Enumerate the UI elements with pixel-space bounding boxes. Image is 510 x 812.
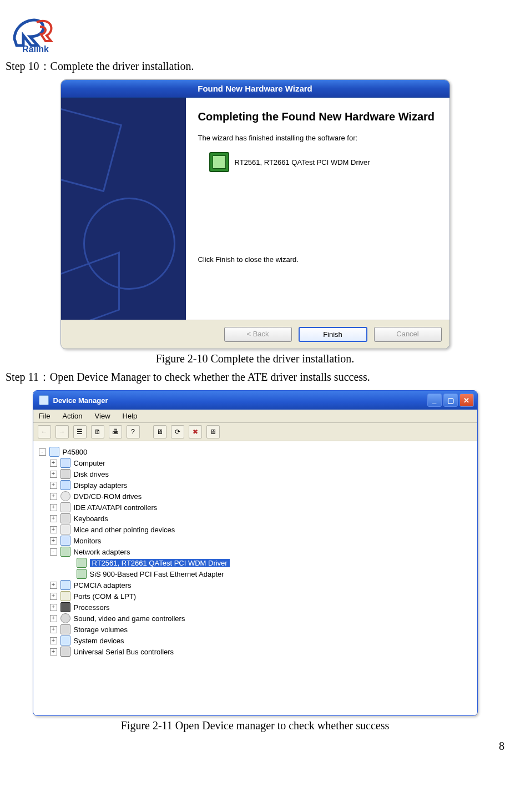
expand-toggle-icon[interactable]: + bbox=[50, 615, 57, 622]
tree-node-disk[interactable]: +Disk drives bbox=[50, 468, 473, 480]
toolbar-scan-icon[interactable]: 🖥 bbox=[153, 425, 166, 438]
svg-text:Ralink: Ralink bbox=[22, 44, 49, 54]
finish-button[interactable]: Finish bbox=[299, 327, 367, 342]
step10-text: Step 10：Complete the driver installation… bbox=[6, 59, 504, 74]
device-manager-title-text: Device Manager bbox=[53, 396, 108, 405]
tree-node-ide[interactable]: +IDE ATA/ATAPI controllers bbox=[50, 502, 473, 513]
tree-node-ports[interactable]: +Ports (COM & LPT) bbox=[50, 591, 473, 602]
device-manager-titlebar: Device Manager _ ▢ ✕ bbox=[33, 391, 477, 410]
expand-toggle-icon[interactable]: - bbox=[50, 548, 57, 556]
expand-toggle-icon[interactable]: + bbox=[50, 648, 57, 655]
toolbar-tree-icon[interactable]: ☰ bbox=[73, 425, 87, 438]
expand-toggle-icon[interactable]: + bbox=[50, 460, 57, 467]
tree-node-dvd[interactable]: +DVD/CD-ROM drives bbox=[50, 491, 473, 502]
expand-toggle-icon[interactable]: + bbox=[50, 537, 57, 544]
menu-help[interactable]: Help bbox=[123, 412, 138, 420]
tree-node-sis900-adapter[interactable]: SiS 900-Based PCI Fast Ethernet Adapter bbox=[67, 568, 473, 579]
expand-toggle-icon[interactable]: + bbox=[50, 604, 57, 611]
cancel-button[interactable]: Cancel bbox=[374, 327, 442, 342]
wizard-click-finish-text: Click Finish to close the wizard. bbox=[198, 255, 440, 264]
tree-node-computer[interactable]: +Computer bbox=[50, 457, 473, 468]
tree-node-display[interactable]: +Display adapters bbox=[50, 480, 473, 491]
toolbar-properties-icon[interactable]: 🗎 bbox=[91, 425, 104, 438]
toolbar-update-icon[interactable]: ⟳ bbox=[171, 425, 184, 438]
tree-node-mice[interactable]: +Mice and other pointing devices bbox=[50, 524, 473, 535]
expand-toggle-icon[interactable]: + bbox=[50, 482, 57, 489]
wizard-titlebar: Found New Hardware Wizard bbox=[61, 80, 450, 98]
expand-toggle-icon[interactable]: - bbox=[39, 448, 46, 456]
expand-toggle-icon[interactable]: + bbox=[50, 593, 57, 600]
tree-node-keyboards[interactable]: +Keyboards bbox=[50, 513, 473, 524]
device-manager-menu-bar: File Action View Help bbox=[33, 410, 477, 423]
ralink-logo: Ralink bbox=[10, 11, 504, 54]
expand-toggle-icon[interactable]: + bbox=[50, 471, 57, 478]
device-manager-window: Device Manager _ ▢ ✕ File Action View He… bbox=[33, 390, 478, 716]
tree-node-pcmcia[interactable]: +PCMCIA adapters bbox=[50, 579, 473, 591]
device-manager-toolbar: ← → ☰ 🗎 🖶 ? 🖥 ⟳ ✖ 🖥 bbox=[33, 423, 477, 441]
tree-node-storage[interactable]: +Storage volumes bbox=[50, 624, 473, 635]
expand-toggle-icon[interactable]: + bbox=[50, 637, 57, 644]
selected-driver-label: RT2561, RT2661 QATest PCI WDM Driver bbox=[90, 559, 230, 567]
computer-icon bbox=[49, 447, 59, 457]
wizard-side-graphic bbox=[61, 98, 186, 320]
toolbar-print-icon[interactable]: 🖶 bbox=[109, 425, 122, 438]
tree-node-processors[interactable]: +Processors bbox=[50, 602, 473, 613]
wizard-heading: Completing the Found New Hardware Wizard bbox=[198, 110, 440, 124]
toolbar-help-icon[interactable]: ? bbox=[127, 425, 140, 438]
expand-toggle-icon[interactable]: + bbox=[50, 582, 57, 589]
expand-toggle-icon[interactable]: + bbox=[50, 626, 57, 633]
computer-icon bbox=[39, 395, 49, 405]
wizard-description: The wizard has finished installing the s… bbox=[198, 134, 440, 142]
page-number: 8 bbox=[6, 740, 504, 753]
maximize-button[interactable]: ▢ bbox=[443, 394, 458, 407]
expand-toggle-icon[interactable]: + bbox=[50, 493, 57, 500]
expand-toggle-icon[interactable]: + bbox=[50, 515, 57, 522]
back-button[interactable]: < Back bbox=[224, 327, 292, 342]
menu-file[interactable]: File bbox=[39, 412, 51, 420]
tree-node-sound[interactable]: +Sound, video and game controllers bbox=[50, 613, 473, 624]
found-new-hardware-wizard-window: Found New Hardware Wizard Completing the… bbox=[60, 79, 450, 349]
figure11-caption: Figure 2-11 Open Device manager to check… bbox=[6, 719, 504, 732]
menu-view[interactable]: View bbox=[95, 412, 110, 420]
expand-toggle-icon[interactable]: + bbox=[50, 504, 57, 511]
installed-driver-name: RT2561, RT2661 QATest PCI WDM Driver bbox=[235, 158, 370, 167]
wizard-footer: < Back Finish Cancel bbox=[61, 320, 450, 349]
tree-node-network-adapters[interactable]: -Network adapters bbox=[50, 546, 473, 557]
tree-node-rt2561-driver[interactable]: RT2561, RT2661 QATest PCI WDM Driver bbox=[67, 557, 473, 568]
device-tree: - P45800 +Computer +Disk drives +Display… bbox=[33, 441, 477, 715]
toolbar-uninstall-icon[interactable]: 🖥 bbox=[206, 425, 220, 438]
step11-text: Step 11：Open Device Manager to check whe… bbox=[6, 370, 504, 385]
expand-toggle-icon[interactable]: + bbox=[50, 526, 57, 533]
toolbar-forward-icon[interactable]: → bbox=[55, 425, 69, 438]
device-chip-icon bbox=[209, 152, 229, 172]
tree-node-system[interactable]: +System devices bbox=[50, 635, 473, 646]
toolbar-back-icon[interactable]: ← bbox=[38, 425, 51, 438]
menu-action[interactable]: Action bbox=[62, 412, 82, 420]
tree-root[interactable]: - P45800 bbox=[39, 446, 473, 457]
root-label: P45800 bbox=[63, 448, 88, 456]
toolbar-disable-icon[interactable]: ✖ bbox=[189, 425, 202, 438]
figure10-caption: Figure 2-10 Complete the driver installa… bbox=[6, 352, 504, 365]
tree-node-monitors[interactable]: +Monitors bbox=[50, 535, 473, 546]
minimize-button[interactable]: _ bbox=[427, 394, 442, 407]
close-button[interactable]: ✕ bbox=[459, 394, 474, 407]
tree-node-usb[interactable]: +Universal Serial Bus controllers bbox=[50, 646, 473, 657]
